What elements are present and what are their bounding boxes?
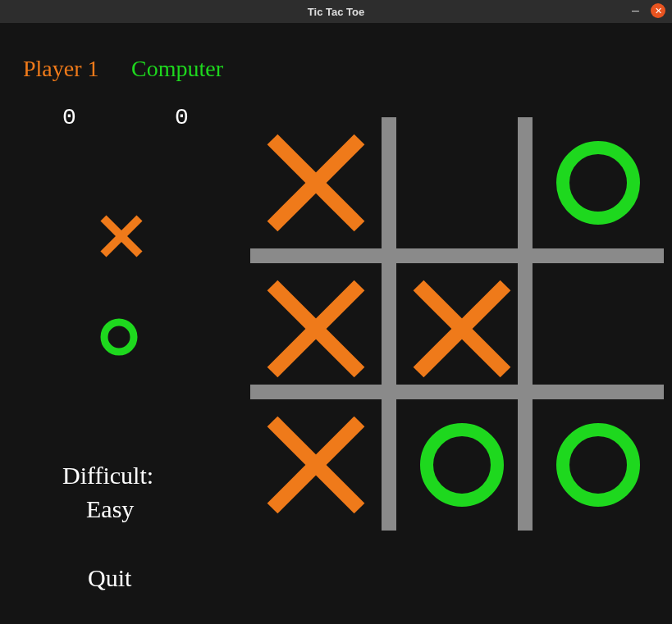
board-cell-0-2[interactable]: [533, 117, 664, 248]
difficulty-value[interactable]: Easy: [86, 495, 134, 523]
grid-line: [250, 248, 664, 263]
x-icon: [98, 213, 144, 259]
window-title: Tic Tac Toe: [0, 6, 672, 18]
legend-computer-mark: [98, 317, 139, 361]
legend-player-mark: [98, 213, 144, 262]
board-cell-1-1[interactable]: [396, 263, 528, 394]
player-label: Player 1: [23, 56, 99, 82]
o-icon: [553, 420, 643, 510]
board-cell-2-2[interactable]: [533, 399, 664, 531]
player-score: 0: [62, 105, 76, 130]
game-board: [250, 117, 664, 531]
window-controls: – ✕: [632, 3, 665, 18]
x-icon: [263, 412, 369, 518]
minimize-button[interactable]: –: [632, 3, 639, 18]
board-cell-0-0[interactable]: [250, 117, 382, 248]
computer-label: Computer: [131, 56, 223, 82]
close-button[interactable]: ✕: [651, 3, 665, 18]
svg-point-5: [563, 148, 633, 218]
titlebar: Tic Tac Toe – ✕: [0, 0, 672, 23]
o-icon: [553, 138, 643, 228]
x-icon: [263, 276, 369, 382]
difficulty-label: Difficult:: [62, 462, 153, 490]
computer-score: 0: [175, 105, 189, 130]
quit-button[interactable]: Quit: [88, 564, 131, 592]
board-cell-0-1[interactable]: [396, 117, 528, 248]
o-icon: [417, 420, 507, 510]
x-icon: [263, 130, 369, 236]
x-icon: [409, 276, 515, 382]
game-area: Player 1 Computer 0 0 Difficult: Easy Qu…: [0, 23, 672, 624]
o-icon: [98, 317, 139, 358]
grid-line: [382, 117, 396, 531]
board-cell-1-2[interactable]: [533, 263, 664, 394]
svg-point-2: [104, 322, 134, 352]
board-cell-2-1[interactable]: [396, 399, 528, 531]
board-cell-2-0[interactable]: [250, 399, 382, 531]
svg-point-13: [563, 430, 633, 500]
board-cell-1-0[interactable]: [250, 263, 382, 394]
svg-point-12: [427, 430, 497, 500]
